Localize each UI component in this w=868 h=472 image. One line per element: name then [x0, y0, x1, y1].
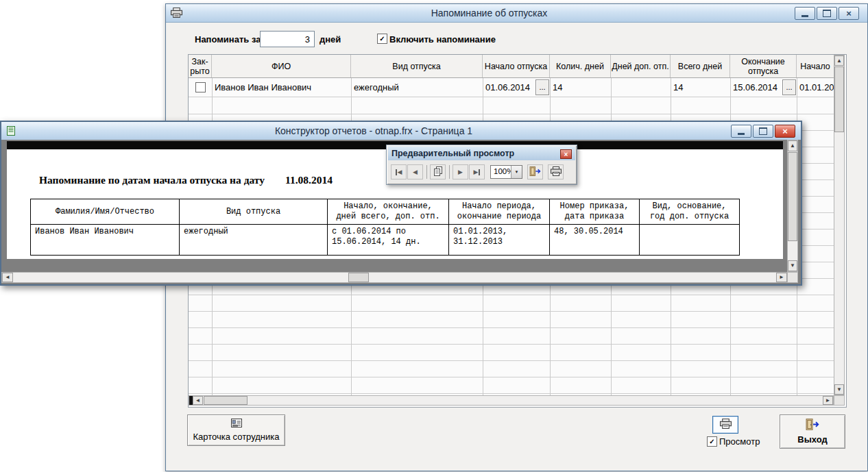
printer-icon	[720, 419, 732, 431]
window-controls: ×	[731, 125, 795, 138]
next-page-icon: ▶	[458, 169, 463, 175]
cell-days-count[interactable]: 14	[550, 78, 611, 97]
maximize-button[interactable]	[753, 125, 773, 138]
enable-reminder-checkbox[interactable]: ✓	[377, 34, 387, 44]
end-date-picker-button[interactable]: ...	[782, 79, 796, 95]
titlebar[interactable]: Конструктор отчетов - otnap.frx - Страни…	[1, 122, 801, 140]
first-page-arrow-icon: ◀	[398, 169, 402, 175]
report-header-row: Фамилия/Имя/Отчество Вид отпуска Начало,…	[31, 199, 739, 225]
report-data-row: Иванов Иван Иванович ежегодный с 01.06.2…	[31, 225, 739, 255]
report-table: Фамилия/Имя/Отчество Вид отпуска Начало,…	[30, 199, 740, 256]
grid-header: Зак- рыто ФИО Вид отпуска Начало отпуска…	[189, 55, 834, 78]
cell-start-date[interactable]: 01.06.2014 ...	[483, 78, 550, 97]
report-column-header-order: Номер приказа, дата приказа	[550, 199, 640, 224]
chevron-down-icon[interactable]: ▼	[511, 166, 522, 178]
close-button[interactable]: ×	[839, 7, 859, 20]
printer-icon	[551, 166, 562, 177]
column-header-period-start[interactable]: Начало	[797, 55, 834, 77]
maximize-button[interactable]	[817, 7, 837, 20]
column-header-vacation-type[interactable]: Вид отпуска	[351, 55, 483, 77]
report-column-header-basis: Вид, основание, год доп. отпуска	[640, 199, 739, 224]
scroll-left-icon: ◄	[195, 398, 201, 403]
cell-end-date[interactable]: 15.06.2014 ...	[730, 78, 797, 97]
last-page-icon	[479, 169, 480, 175]
minimize-icon	[738, 133, 745, 135]
report-heading-text: Напоминание по датам начала отпуска на д…	[39, 174, 265, 186]
scroll-up-button[interactable]: ▲	[834, 55, 844, 66]
toolbar-titlebar[interactable]: Предварительный просмотр ×	[388, 147, 575, 160]
maximize-icon	[759, 127, 767, 135]
toolbar-close-button[interactable]: ×	[560, 149, 572, 159]
remind-days-input[interactable]	[260, 31, 315, 47]
cell-period-start[interactable]: 01.01.20	[797, 78, 834, 97]
start-date-value: 01.06.2014	[485, 82, 530, 92]
preview-label[interactable]: Просмотр	[719, 436, 760, 447]
exit-label: Выход	[797, 434, 827, 445]
scroll-down-button[interactable]: ▼	[788, 260, 797, 271]
end-date-value: 15.06.2014	[733, 82, 777, 92]
column-header-days-count[interactable]: Колич. дней	[550, 55, 611, 77]
enable-reminder-label[interactable]: Включить напоминание	[389, 34, 496, 45]
print-button[interactable]	[548, 164, 564, 179]
preview-checkbox[interactable]: ✓	[707, 436, 717, 447]
toolbar-title: Предварительный просмотр	[391, 149, 514, 158]
scroll-down-button[interactable]: ▼	[834, 384, 844, 395]
first-page-button[interactable]: ◀	[391, 164, 407, 179]
exit-button[interactable]: Выход	[780, 414, 845, 449]
close-preview-button[interactable]	[527, 164, 543, 179]
hscroll-thumb[interactable]	[348, 273, 369, 282]
employee-card-button[interactable]: Карточка сотрудника	[187, 414, 285, 446]
previous-page-icon: ◀	[413, 169, 418, 175]
minimize-button[interactable]	[731, 125, 751, 138]
cell-total-days[interactable]: 14	[671, 78, 730, 97]
cell-closed	[189, 78, 212, 97]
check-icon: ✓	[709, 437, 714, 446]
close-button[interactable]: ×	[775, 125, 795, 138]
cell-vacation-type[interactable]: ежегодный	[351, 78, 483, 97]
hscroll-thumb[interactable]	[204, 396, 248, 405]
grid-hscrollbar[interactable]: ◄ ►	[189, 395, 834, 406]
report-vscrollbar[interactable]: ▲ ▼	[787, 140, 798, 272]
report-cell-period: 01.01.2013, 31.12.2013	[449, 225, 550, 255]
print-button[interactable]	[712, 416, 738, 434]
column-header-fio[interactable]: ФИО	[212, 55, 351, 77]
vscroll-thumb[interactable]	[788, 152, 797, 241]
column-header-total-days[interactable]: Всего дней	[671, 55, 730, 77]
column-header-extra-days[interactable]: Дней доп. отп.	[611, 55, 671, 77]
scroll-up-button[interactable]: ▲	[788, 140, 797, 151]
toolbar-separator	[426, 165, 427, 179]
scroll-right-button[interactable]: ►	[823, 396, 833, 405]
copy-pages-icon	[433, 166, 443, 177]
report-hscrollbar[interactable]: ◄ ►	[1, 272, 787, 283]
vscroll-thumb[interactable]	[834, 66, 844, 132]
minimize-button[interactable]	[795, 7, 815, 20]
last-page-button[interactable]: ▶	[469, 164, 485, 179]
previous-page-button[interactable]: ◀	[407, 164, 423, 179]
report-cell-start-end: с 01.06.2014 по 15.06.2014, 14 дн.	[328, 225, 449, 255]
close-icon: ×	[846, 9, 852, 18]
column-header-closed[interactable]: Зак- рыто	[189, 55, 212, 77]
employee-card-label: Карточка сотрудника	[193, 432, 279, 442]
next-page-button[interactable]: ▶	[453, 164, 468, 179]
scroll-up-icon: ▲	[836, 58, 842, 64]
column-header-end-date[interactable]: Окончание отпуска	[730, 55, 797, 77]
scroll-right-button[interactable]: ►	[776, 273, 787, 282]
scroll-right-icon: ►	[825, 398, 831, 403]
goto-page-button[interactable]	[430, 164, 446, 179]
scroll-left-button[interactable]: ◄	[2, 273, 13, 282]
report-column-header-start-end: Начало, окончание, дней всего, доп. отп.	[328, 199, 449, 224]
maximize-icon	[823, 10, 831, 17]
scroll-left-button[interactable]: ◄	[193, 396, 203, 405]
closed-checkbox[interactable]	[195, 82, 206, 92]
zoom-select[interactable]: 100% ▼	[490, 165, 522, 179]
grid-vscrollbar[interactable]: ▲ ▼	[834, 55, 845, 395]
start-date-picker-button[interactable]: ...	[535, 79, 549, 95]
first-page-icon	[396, 169, 397, 175]
cell-extra-days[interactable]	[611, 78, 671, 97]
scroll-down-icon: ▼	[836, 387, 842, 393]
cell-fio[interactable]: Иванов Иван Иванович	[212, 78, 351, 97]
exit-door-icon	[806, 419, 819, 432]
column-header-start-date[interactable]: Начало отпуска	[483, 55, 550, 77]
titlebar[interactable]: Напоминание об отпусках ×	[166, 4, 867, 23]
window-title: Напоминание об отпусках	[186, 8, 792, 18]
